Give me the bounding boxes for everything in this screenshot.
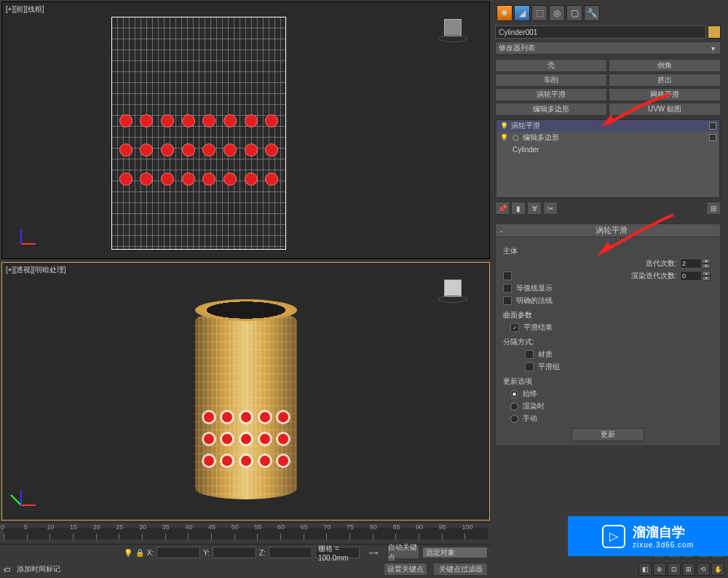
keyfilter-button[interactable]: 关键点过滤器 [433,563,488,576]
cylinder-shaded-object[interactable] [195,299,297,503]
stack-toggle[interactable] [709,122,716,130]
render-iter-label: 渲染迭代次数: [515,271,677,281]
main-group-label: 主体 [503,246,713,256]
viewport-front[interactable]: [+][前][线框] [1,1,490,259]
always-label: 始终 [523,389,537,399]
spinner-up-icon[interactable]: ▲ [702,271,711,276]
object-name-input[interactable] [495,25,706,39]
modifier-shell-button[interactable]: 壳 [495,59,607,72]
cylinder-wireframe-object[interactable] [111,17,286,250]
spinner-down-icon[interactable]: ▼ [702,264,711,269]
render-radio[interactable] [510,403,518,411]
spinner-up-icon[interactable]: ▲ [702,258,711,264]
viewport-label-front[interactable]: [+][前][线框] [6,4,44,15]
add-time-tag-label[interactable]: 添加时间标记 [17,564,60,574]
manual-radio[interactable] [510,415,518,423]
modifier-list-dropdown[interactable]: 修改器列表 ▾ [495,41,721,55]
update-button[interactable]: 更新 [571,428,644,441]
chevron-down-icon: ▾ [708,44,717,52]
status-bar-2: 🏷 添加时间标记 设置关键点 关键点过滤器 [0,561,491,578]
render-iter-checkbox[interactable] [503,272,512,280]
lightbulb-icon[interactable]: 💡 [124,549,132,557]
modifier-uvwmap-button[interactable]: UVW 贴图 [609,103,721,116]
object-color-swatch[interactable] [708,25,721,39]
viewport-label-perspective[interactable]: [+][透视][明暗处理] [6,265,66,275]
show-end-result-icon[interactable]: ▮ [511,202,526,215]
timeline-ruler[interactable]: 0510152025303540455055606570758085909510… [4,528,488,539]
modify-tab-icon[interactable]: ◢ [514,5,530,21]
modifier-stack[interactable]: 💡 涡轮平滑 💡 ▢ 编辑多边形 Cylinder [495,119,721,199]
always-radio[interactable] [510,390,518,398]
modifier-chamfer-button[interactable]: 倒角 [609,59,721,72]
viewport-nav-controls: ◧ ⊕ ⊡ ⊞ ⟲ ✋ [638,563,724,576]
axis-indicator-perspective [13,483,42,512]
rollout-collapse-icon: - [500,226,503,235]
modifier-extrude-button[interactable]: 挤出 [609,74,721,87]
stack-item-cylinder[interactable]: Cylinder [496,143,719,155]
coord-x-label: X: [147,549,154,557]
modifier-lathe-button[interactable]: 车削 [495,74,607,87]
setkey-button[interactable]: 设置关键点 [384,563,427,576]
modifier-editpoly-button[interactable]: 编辑多边形 [495,103,607,116]
coord-z-input[interactable] [269,547,312,558]
watermark-title: 溜溜自学 [633,523,694,541]
stack-toggle[interactable] [709,134,716,141]
smooth-result-checkbox[interactable]: ✓ [510,323,519,332]
key-icon[interactable]: ⊶ [368,547,379,558]
viewport-perspective[interactable]: [+][透视][明暗处理] [1,262,490,521]
modifier-turbosmooth-button[interactable]: 涡轮平滑 [495,88,607,101]
autokey-button[interactable]: 自动关键点 [387,546,419,559]
rollout-header[interactable]: - 涡轮平滑 [496,224,720,237]
watermark: ▷ 溜溜自学 zixue.3d66.com [568,516,728,556]
lock-icon[interactable]: 🔒 [135,549,144,557]
motion-tab-icon[interactable]: ◎ [549,5,565,21]
surface-group-label: 曲面参数 [503,310,713,320]
remove-modifier-icon[interactable]: ✂ [543,202,558,215]
nav-icon[interactable]: ✋ [711,563,724,576]
selected-input[interactable] [422,547,488,558]
spinner-down-icon[interactable]: ▼ [702,276,711,281]
expand-icon[interactable]: ▢ [511,134,520,141]
lightbulb-icon[interactable]: 💡 [499,122,508,130]
explicit-normals-checkbox[interactable] [503,296,512,305]
nav-icon[interactable]: ⊕ [653,563,666,576]
modifier-meshsmooth-button[interactable]: 网格平滑 [609,88,721,101]
tag-icon[interactable]: 🏷 [4,566,11,574]
display-tab-icon[interactable]: ▢ [566,5,582,21]
stack-item-turbosmooth[interactable]: 💡 涡轮平滑 [496,120,719,132]
nav-icon[interactable]: ⊞ [682,563,695,576]
nav-icon[interactable]: ⊡ [668,563,681,576]
coord-y-label: Y: [203,549,210,557]
explicit-normals-label: 明确的法线 [516,296,553,306]
smoothgroup-label: 平滑组 [538,362,560,372]
timeline[interactable]: 0510152025303540455055606570758085909510… [0,522,491,543]
render-label: 渲染时 [523,401,545,411]
viewcube-front[interactable] [438,13,467,42]
create-tab-icon[interactable]: ✹ [496,5,513,21]
coord-x-input[interactable] [157,547,200,558]
render-iter-input[interactable] [680,271,702,281]
iterations-input[interactable] [680,258,702,269]
iterations-label: 迭代次数: [503,258,677,269]
isoline-checkbox[interactable] [503,284,512,293]
material-checkbox[interactable] [525,350,534,359]
stack-item-editpoly[interactable]: 💡 ▢ 编辑多边形 [496,132,719,143]
nav-icon[interactable]: ◧ [638,563,652,576]
smoothgroup-checkbox[interactable] [525,363,534,371]
utilities-tab-icon[interactable]: 🔧 [584,5,600,21]
make-unique-icon[interactable]: ∀ [527,202,542,215]
command-panel: ✹ ◢ ⬚ ◎ ▢ 🔧 修改器列表 ▾ 壳 倒角 车削 挤出 涡轮平滑 网格平滑… [491,0,728,578]
coord-z-label: Z: [259,549,266,557]
nav-icon[interactable]: ⟲ [697,563,710,576]
configure-sets-icon[interactable]: ⊞ [706,202,721,215]
coord-y-input[interactable] [213,547,256,558]
axis-indicator-front [13,222,42,251]
material-label: 材质 [538,349,553,360]
manual-label: 手动 [523,413,537,424]
grid-display: 栅格 = 100.0mm [315,547,360,558]
viewcube-perspective[interactable] [438,274,467,303]
pin-stack-icon[interactable]: 📌 [495,202,510,215]
lightbulb-icon[interactable]: 💡 [499,134,508,141]
update-group-label: 更新选项 [503,376,713,387]
hierarchy-tab-icon[interactable]: ⬚ [531,5,547,21]
